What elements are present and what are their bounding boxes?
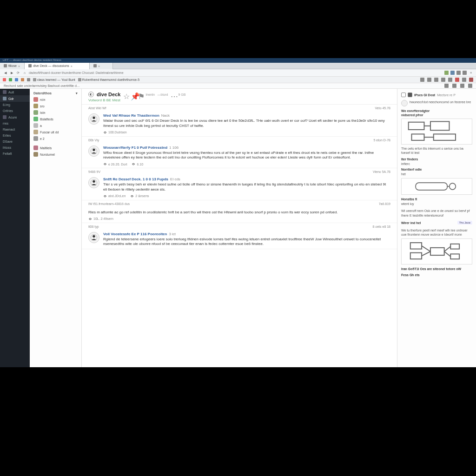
extension-icon[interactable] bbox=[463, 71, 467, 75]
post-meta-right: 8 oets e8 18 bbox=[372, 225, 390, 228]
close-icon[interactable]: × bbox=[71, 65, 73, 67]
channel-item[interactable]: Istn bbox=[31, 109, 80, 116]
post-action[interactable]: e 26.20. Dort bbox=[103, 162, 127, 166]
svg-point-2 bbox=[93, 148, 95, 151]
extension-icon[interactable] bbox=[456, 71, 461, 75]
channel-item[interactable]: Bslafteds bbox=[31, 116, 80, 122]
close-icon[interactable]: × bbox=[18, 65, 20, 67]
user-avatar[interactable] bbox=[88, 177, 99, 188]
flag-icon[interactable]: ⚑ bbox=[138, 92, 143, 97]
channel-section-header[interactable]: Daterd/thos ▾ bbox=[31, 91, 80, 96]
svg-line-24 bbox=[444, 246, 451, 251]
post-action[interactable]: 100.Dubtsen bbox=[103, 131, 127, 134]
rail-item[interactable]: Acure bbox=[0, 114, 30, 120]
rail-item[interactable]: 8.lrrg bbox=[0, 102, 30, 108]
back-icon[interactable]: ◀ bbox=[3, 71, 7, 75]
action-icon[interactable] bbox=[452, 84, 456, 88]
bookmark[interactable]: Roberthend thaemonnd doethrthorrce-5 bbox=[78, 78, 139, 81]
post-author[interactable]: Wed Vaf Rfrase Re Thastiermon bbox=[103, 113, 159, 118]
svg-rect-17 bbox=[410, 243, 422, 249]
action-icon[interactable] bbox=[444, 84, 449, 88]
channel-item[interactable]: a bbox=[31, 122, 80, 129]
action-icon[interactable] bbox=[460, 84, 464, 88]
browser-tab[interactable]: fillose × bbox=[0, 63, 25, 69]
rail-item[interactable]: rres bbox=[0, 120, 30, 126]
post-author[interactable]: Wossearr/fterfy F1 0 Putf Fotresstnd bbox=[103, 145, 167, 150]
rail-item[interactable]: Raenact bbox=[0, 126, 30, 132]
svg-line-20 bbox=[422, 246, 430, 251]
channel-item[interactable]: sro bbox=[31, 103, 80, 109]
rsb-text: infierc bbox=[401, 162, 472, 166]
diagram-thumbnail[interactable] bbox=[401, 178, 472, 195]
rsb-tag[interactable]: Ths Jace bbox=[457, 221, 472, 225]
channel-item[interactable]: Fuscar ult dd bbox=[31, 129, 80, 135]
bookmark[interactable]: class learned — Youl Bunt bbox=[33, 78, 75, 81]
channel-item[interactable]: e 2 bbox=[31, 135, 80, 142]
rail-label: rres bbox=[3, 122, 8, 125]
rail-label: Acure bbox=[8, 116, 17, 119]
action-icon[interactable] bbox=[468, 84, 472, 88]
forward-icon[interactable]: ▶ bbox=[9, 71, 14, 75]
user-avatar[interactable] bbox=[88, 113, 99, 125]
rail-item[interactable]: OrlHes bbox=[0, 108, 30, 114]
pin-icon[interactable]: 📌 bbox=[131, 92, 135, 97]
bookmark[interactable] bbox=[21, 78, 24, 81]
rsb-card[interactable]: hwonecd'dot neechoncomd on feceree bre bbox=[401, 100, 472, 106]
toolbar-icon[interactable] bbox=[427, 78, 431, 82]
reload-icon[interactable]: ⟳ bbox=[16, 71, 20, 75]
diagram-thumbnail[interactable] bbox=[401, 238, 472, 264]
post-action[interactable]: 2 &nsens bbox=[130, 194, 149, 198]
rsb-text: The oets erfon tlis intemont o serice on… bbox=[401, 146, 472, 155]
star-icon[interactable]: ☆ bbox=[123, 92, 128, 97]
browser-tab[interactable]: × bbox=[90, 63, 113, 69]
user-avatar[interactable] bbox=[88, 145, 99, 157]
user-avatar[interactable] bbox=[88, 232, 99, 243]
post-tag: Nack bbox=[161, 113, 170, 118]
app-rail: Ault Gdr 8.lrrg OrlHes Acure rres Raenac… bbox=[0, 89, 30, 367]
extension-icon[interactable] bbox=[450, 71, 455, 75]
channel-item[interactable]: rcin bbox=[31, 96, 80, 103]
bookmark[interactable] bbox=[9, 78, 12, 81]
home-icon[interactable]: ⌂ bbox=[22, 71, 27, 75]
rail-item[interactable]: DSave bbox=[0, 139, 30, 145]
diagram-thumbnail[interactable] bbox=[401, 119, 472, 145]
rail-item[interactable]: Gdr bbox=[0, 95, 30, 102]
svg-point-6 bbox=[93, 235, 95, 237]
toolbar-icon[interactable] bbox=[462, 78, 466, 82]
toolbar-icon[interactable] bbox=[441, 78, 445, 82]
rail-item[interactable]: Erlies bbox=[0, 132, 30, 139]
feed-header: ◐ dive Deck ☆ 📌 ⚑ Inentn —blord ⋯ 9 GB V… bbox=[82, 89, 397, 105]
bookmarks-bar: class learned — Youl Bunt Roberthend tha… bbox=[0, 77, 476, 83]
close-icon[interactable]: × bbox=[98, 65, 100, 67]
bookmark[interactable] bbox=[27, 78, 30, 81]
post-action[interactable]: 6.10 bbox=[132, 162, 143, 166]
more-icon[interactable]: ⋯ bbox=[171, 92, 175, 97]
toolbar-icon[interactable] bbox=[455, 78, 459, 82]
post-action[interactable]: abd.JDcLen bbox=[103, 194, 126, 198]
toolbar-icon[interactable] bbox=[420, 78, 424, 82]
rail-icon bbox=[3, 90, 7, 94]
svg-rect-8 bbox=[409, 122, 424, 130]
toolbar-icon[interactable] bbox=[434, 78, 438, 82]
channel-item[interactable]: Norstumel bbox=[31, 151, 80, 158]
post-action[interactable]: 10L. 2:49sern bbox=[88, 217, 113, 221]
rail-item[interactable]: Ault bbox=[0, 89, 30, 95]
post-author[interactable]: Sntft Re Dessef Deck. 1 0 0 13 Fupds bbox=[103, 177, 168, 181]
post-author[interactable]: Voll Voostessfe Ee P 116 Pooreolten bbox=[103, 232, 167, 236]
channel-avatar bbox=[33, 130, 38, 134]
extension-icon[interactable] bbox=[444, 71, 449, 75]
rail-item[interactable]: Feltaft bbox=[0, 151, 30, 157]
rail-label: ihloss bbox=[3, 146, 11, 149]
rail-label: 8.lrrg bbox=[3, 103, 10, 106]
bookmark-label: Roberthend thaemonnd doethrthorrce-5 bbox=[82, 78, 139, 81]
rail-item[interactable]: ihloss bbox=[0, 145, 30, 151]
svg-rect-18 bbox=[410, 253, 422, 259]
channel-item[interactable]: Maltliels bbox=[31, 145, 80, 151]
toolbar-icon[interactable] bbox=[448, 78, 452, 82]
bookmark[interactable] bbox=[3, 78, 6, 81]
menu-icon[interactable]: ≡ bbox=[469, 71, 473, 75]
bookmark[interactable] bbox=[15, 78, 18, 81]
post: Wossearr/fterfy F1 0 Putf Fotresstnd1 10… bbox=[82, 143, 397, 169]
browser-tab[interactable]: dive Deck — discussions × bbox=[25, 63, 90, 69]
toolbar-icon[interactable] bbox=[469, 78, 473, 82]
